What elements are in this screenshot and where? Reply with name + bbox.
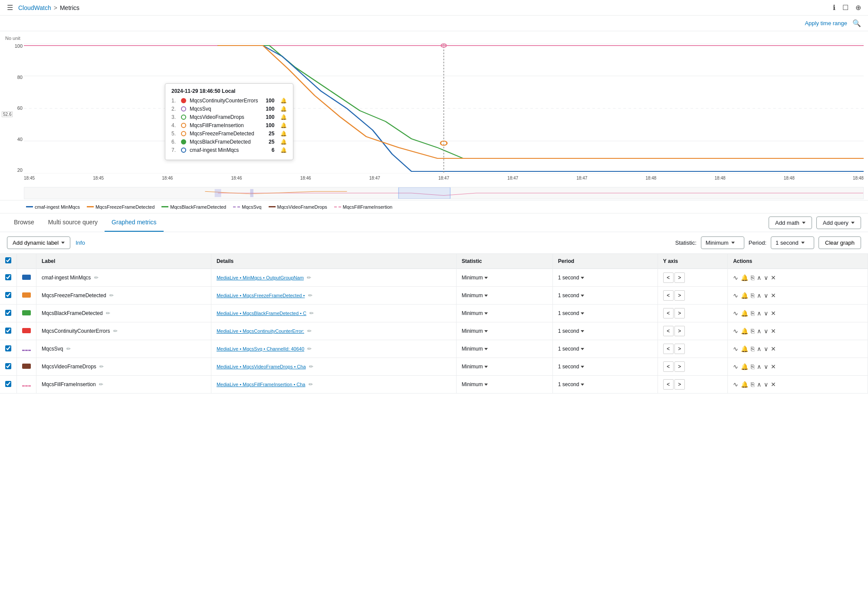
row-details-link-1[interactable]: MediaLive • MinMqcs • OutputGroupNam xyxy=(217,275,304,280)
row-checkbox-6[interactable] xyxy=(5,363,11,369)
clock-icon[interactable]: ⊕ xyxy=(855,3,861,12)
action-bell-1[interactable]: 🔔 xyxy=(741,274,748,281)
yaxis-right-3[interactable]: > xyxy=(674,308,685,318)
tab-graphed-metrics[interactable]: Graphed metrics xyxy=(105,213,163,232)
row-edit-icon-2[interactable]: ✏ xyxy=(109,292,114,298)
select-all-checkbox[interactable] xyxy=(5,257,11,263)
hamburger-menu[interactable]: ☰ xyxy=(7,3,13,12)
action-copy-7[interactable]: ⎘ xyxy=(751,381,754,388)
action-down-3[interactable]: ∨ xyxy=(764,310,768,317)
yaxis-left-4[interactable]: < xyxy=(663,326,674,336)
action-copy-4[interactable]: ⎘ xyxy=(751,328,754,335)
row-stat-dropdown-6[interactable]: Minimum xyxy=(462,364,547,370)
row-edit-icon-5[interactable]: ✏ xyxy=(66,346,71,352)
info-link[interactable]: Info xyxy=(76,239,85,246)
statistic-select[interactable]: Minimum xyxy=(701,236,744,249)
row-edit-icon-4[interactable]: ✏ xyxy=(113,328,118,334)
row-details-link-3[interactable]: MediaLive • MqcsBlackFrameDetected • C xyxy=(217,311,306,316)
action-trend-4[interactable]: ∿ xyxy=(733,328,738,335)
action-bell-2[interactable]: 🔔 xyxy=(741,292,748,299)
action-bell-6[interactable]: 🔔 xyxy=(741,363,748,370)
action-trend-1[interactable]: ∿ xyxy=(733,274,738,281)
row-details-edit-4[interactable]: ✏ xyxy=(307,328,312,334)
row-details-link-5[interactable]: MediaLive • MqcsSvq • ChannelId: 40640 xyxy=(217,346,304,351)
row-stat-dropdown-5[interactable]: Minimum xyxy=(462,346,547,352)
row-stat-dropdown-7[interactable]: Minimum xyxy=(462,381,547,387)
info-icon[interactable]: ℹ xyxy=(833,3,835,12)
yaxis-right-1[interactable]: > xyxy=(674,272,685,283)
yaxis-left-3[interactable]: < xyxy=(663,308,674,318)
row-stat-dropdown-2[interactable]: Minimum xyxy=(462,292,547,298)
row-checkbox-3[interactable] xyxy=(5,310,11,316)
action-down-4[interactable]: ∨ xyxy=(764,328,768,335)
add-dynamic-label-button[interactable]: Add dynamic label xyxy=(7,236,70,249)
row-details-edit-6[interactable]: ✏ xyxy=(309,364,313,370)
row-edit-icon-1[interactable]: ✏ xyxy=(94,275,99,281)
row-details-link-7[interactable]: MediaLive • MqcsFillFrameInsertion • Cha xyxy=(217,382,306,387)
row-period-dropdown-5[interactable]: 1 second xyxy=(558,346,652,352)
action-trend-6[interactable]: ∿ xyxy=(733,363,738,370)
apply-time-range[interactable]: Apply time range xyxy=(805,20,847,26)
action-down-2[interactable]: ∨ xyxy=(764,292,768,299)
tooltip-bell-6[interactable]: 🔔 xyxy=(280,139,287,145)
action-trend-2[interactable]: ∿ xyxy=(733,292,738,299)
row-checkbox-1[interactable] xyxy=(5,274,11,280)
row-period-dropdown-2[interactable]: 1 second xyxy=(558,292,652,298)
yaxis-left-5[interactable]: < xyxy=(663,344,674,354)
row-details-link-4[interactable]: MediaLive • MqcsContinuityCounterError: xyxy=(217,328,304,334)
action-delete-6[interactable]: ✕ xyxy=(771,363,776,370)
tooltip-bell-4[interactable]: 🔔 xyxy=(280,122,287,128)
yaxis-left-6[interactable]: < xyxy=(663,361,674,372)
row-checkbox-5[interactable] xyxy=(5,345,11,351)
tooltip-bell-2[interactable]: 🔔 xyxy=(280,106,287,112)
row-stat-dropdown-4[interactable]: Minimum xyxy=(462,328,547,334)
action-bell-7[interactable]: 🔔 xyxy=(741,381,748,388)
action-trend-3[interactable]: ∿ xyxy=(733,310,738,317)
action-copy-1[interactable]: ⎘ xyxy=(751,274,754,281)
row-edit-icon-7[interactable]: ✏ xyxy=(99,381,103,387)
action-trend-5[interactable]: ∿ xyxy=(733,345,738,352)
clear-graph-button[interactable]: Clear graph xyxy=(819,236,861,249)
row-details-link-2[interactable]: MediaLive • MqcsFreezeFrameDetected • xyxy=(217,293,305,298)
yaxis-left-1[interactable]: < xyxy=(663,272,674,283)
row-edit-icon-6[interactable]: ✏ xyxy=(99,364,104,370)
yaxis-right-6[interactable]: > xyxy=(674,361,685,372)
row-stat-dropdown-1[interactable]: Minimum xyxy=(462,275,547,281)
action-copy-6[interactable]: ⎘ xyxy=(751,363,754,370)
row-period-dropdown-7[interactable]: 1 second xyxy=(558,381,652,387)
tab-multi-source[interactable]: Multi source query xyxy=(41,213,105,232)
yaxis-right-7[interactable]: > xyxy=(674,379,685,390)
action-down-7[interactable]: ∨ xyxy=(764,381,768,388)
row-period-dropdown-1[interactable]: 1 second xyxy=(558,275,652,281)
row-checkbox-2[interactable] xyxy=(5,292,11,298)
action-up-2[interactable]: ∧ xyxy=(757,292,761,299)
action-copy-5[interactable]: ⎘ xyxy=(751,345,754,352)
row-details-edit-7[interactable]: ✏ xyxy=(309,381,313,387)
row-period-dropdown-6[interactable]: 1 second xyxy=(558,364,652,370)
action-copy-3[interactable]: ⎘ xyxy=(751,310,754,317)
action-copy-2[interactable]: ⎘ xyxy=(751,292,754,299)
search-button[interactable]: 🔍 xyxy=(852,19,861,27)
action-bell-5[interactable]: 🔔 xyxy=(741,345,748,352)
row-checkbox-7[interactable] xyxy=(5,381,11,387)
action-bell-4[interactable]: 🔔 xyxy=(741,328,748,335)
action-delete-5[interactable]: ✕ xyxy=(771,345,776,352)
row-checkbox-4[interactable] xyxy=(5,328,11,334)
tooltip-bell-5[interactable]: 🔔 xyxy=(280,131,287,137)
period-select[interactable]: 1 second xyxy=(771,236,814,249)
action-up-7[interactable]: ∧ xyxy=(757,381,761,388)
action-delete-2[interactable]: ✕ xyxy=(771,292,776,299)
action-delete-1[interactable]: ✕ xyxy=(771,274,776,281)
tab-browse[interactable]: Browse xyxy=(7,213,41,232)
action-up-6[interactable]: ∧ xyxy=(757,363,761,370)
action-up-1[interactable]: ∧ xyxy=(757,274,761,281)
action-down-1[interactable]: ∨ xyxy=(764,274,768,281)
action-up-4[interactable]: ∧ xyxy=(757,328,761,335)
row-details-edit-5[interactable]: ✏ xyxy=(307,346,312,352)
row-details-edit-2[interactable]: ✏ xyxy=(308,292,312,298)
action-delete-3[interactable]: ✕ xyxy=(771,310,776,317)
tooltip-bell-1[interactable]: 🔔 xyxy=(280,98,287,104)
row-details-link-6[interactable]: MediaLive • MqcsVideoFrameDrops • Cha xyxy=(217,364,306,369)
action-up-5[interactable]: ∧ xyxy=(757,345,761,352)
yaxis-right-2[interactable]: > xyxy=(674,290,685,301)
